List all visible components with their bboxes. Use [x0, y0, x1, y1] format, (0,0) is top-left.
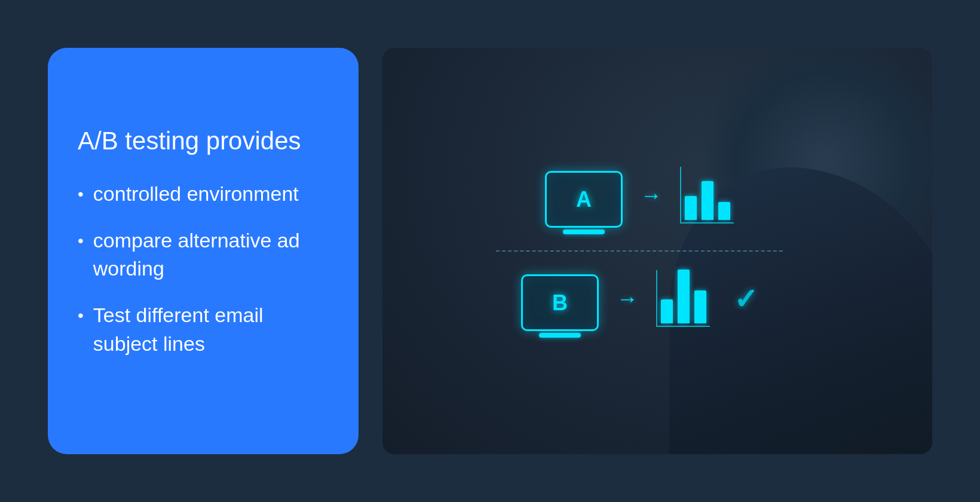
variant-b-row: B → ✓ [521, 258, 758, 348]
monitor-b: B [521, 274, 599, 331]
list-item: • compare alternative ad wording [78, 226, 329, 283]
list-item: • Test different email subject lines [78, 301, 329, 358]
info-card: A/B testing provides • controlled enviro… [48, 48, 359, 454]
chart-b [656, 270, 710, 327]
checkmark-icon: ✓ [734, 282, 758, 316]
monitor-b-label: B [552, 290, 568, 316]
bullet-icon: • [78, 182, 84, 206]
bullet-icon: • [78, 229, 84, 252]
bar-b-1 [661, 299, 673, 323]
ab-divider [496, 250, 783, 252]
main-container: A/B testing provides • controlled enviro… [0, 0, 980, 502]
arrow-a-icon: → [641, 183, 662, 208]
monitor-a: A [545, 171, 623, 228]
arrow-b-icon: → [617, 286, 638, 311]
list-item: • controlled environment [78, 180, 329, 209]
chart-a [680, 167, 734, 224]
monitor-a-label: A [576, 187, 592, 212]
variant-a-row: A → [545, 154, 734, 244]
bullet-list: • controlled environment • compare alter… [78, 180, 329, 376]
card-title: A/B testing provides [78, 126, 329, 156]
bullet-icon: • [78, 304, 84, 327]
bar-a-3 [718, 202, 730, 220]
bar-a-2 [702, 181, 713, 220]
bar-a-1 [685, 196, 697, 220]
ab-testing-diagram: A → B → [496, 154, 783, 348]
bullet-text-2: compare alternative ad wording [93, 226, 329, 283]
bullet-text-1: controlled environment [93, 180, 329, 209]
diagram-panel: A → B → [382, 48, 932, 454]
bar-b-3 [694, 290, 706, 323]
bar-b-2 [678, 270, 690, 323]
bullet-text-3: Test different email subject lines [93, 301, 329, 358]
